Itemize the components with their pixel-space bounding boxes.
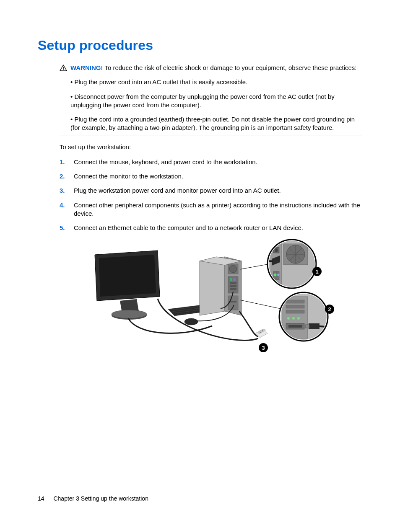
page-title: Setup procedures bbox=[38, 38, 362, 53]
svg-point-46 bbox=[292, 317, 295, 320]
warning-triangle-icon bbox=[60, 65, 67, 71]
svg-rect-1 bbox=[63, 69, 64, 70]
svg-line-21 bbox=[240, 300, 283, 309]
svg-rect-14 bbox=[230, 285, 236, 287]
svg-rect-13 bbox=[230, 282, 236, 284]
svg-point-9 bbox=[229, 265, 237, 273]
svg-rect-16 bbox=[228, 296, 238, 310]
page-footer: 14 Chapter 3 Setting up the workstation bbox=[38, 495, 148, 502]
svg-rect-49 bbox=[288, 325, 302, 328]
svg-rect-17 bbox=[230, 301, 236, 302]
svg-point-45 bbox=[287, 317, 290, 320]
step-item: Connect the mouse, keyboard, and power c… bbox=[60, 158, 362, 166]
svg-rect-12 bbox=[233, 278, 236, 281]
lead-text: To set up the workstation: bbox=[60, 143, 362, 151]
svg-point-7 bbox=[184, 318, 198, 325]
svg-point-33 bbox=[275, 248, 278, 252]
step-item: Connect an Ethernet cable to the compute… bbox=[60, 224, 362, 232]
step-item: Connect other peripheral components (suc… bbox=[60, 201, 362, 218]
warning-bullet: • Plug the cord into a grounded (earthed… bbox=[70, 115, 362, 132]
svg-point-18 bbox=[260, 332, 261, 333]
svg-point-19 bbox=[262, 331, 263, 332]
warning-intro: To reduce the risk of electric shock or … bbox=[104, 64, 356, 71]
svg-rect-44 bbox=[286, 310, 304, 313]
step-item: Plug the workstation power cord and moni… bbox=[60, 186, 362, 195]
setup-diagram: 1 bbox=[74, 238, 362, 361]
callout-1: 1 bbox=[315, 269, 318, 275]
step-list: Connect the mouse, keyboard, and power c… bbox=[60, 158, 362, 232]
callout-2: 2 bbox=[328, 306, 331, 312]
svg-rect-51 bbox=[305, 325, 309, 328]
svg-point-35 bbox=[274, 274, 277, 276]
callout-3: 3 bbox=[262, 345, 265, 351]
svg-point-47 bbox=[297, 317, 300, 320]
svg-rect-50 bbox=[309, 323, 319, 329]
svg-rect-0 bbox=[63, 67, 64, 69]
warning-bullet: • Disconnect power from the computer by … bbox=[70, 93, 362, 110]
svg-rect-43 bbox=[286, 305, 304, 308]
svg-rect-15 bbox=[230, 288, 236, 290]
warning-label: WARNING! bbox=[70, 64, 103, 71]
svg-rect-11 bbox=[230, 278, 232, 281]
step-item: Connect the monitor to the workstation. bbox=[60, 172, 362, 181]
svg-point-36 bbox=[277, 274, 280, 276]
page-number: 14 bbox=[38, 495, 44, 502]
warning-bullet: • Plug the power cord into an AC outlet … bbox=[70, 78, 362, 86]
chapter-label: Chapter 3 Setting up the workstation bbox=[53, 495, 148, 502]
svg-rect-42 bbox=[286, 300, 304, 303]
svg-point-3 bbox=[112, 310, 147, 318]
warning-box: WARNING! To reduce the risk of electric … bbox=[60, 61, 362, 135]
